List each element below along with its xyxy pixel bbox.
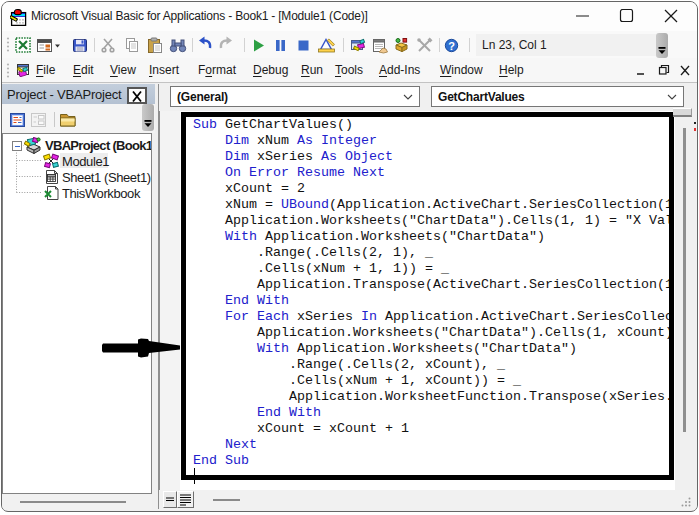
svg-text:?: ? [448, 40, 455, 52]
